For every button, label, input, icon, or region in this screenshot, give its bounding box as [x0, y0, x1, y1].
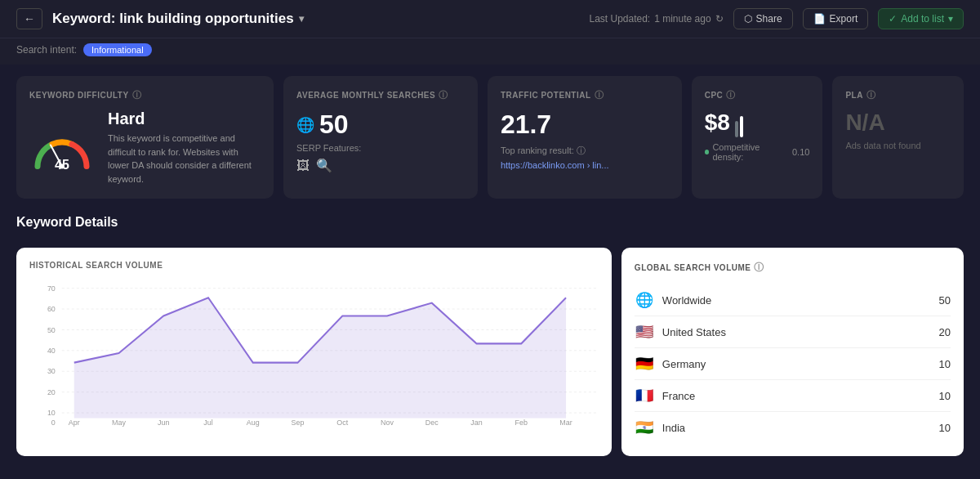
export-button[interactable]: 📄 Export — [803, 8, 869, 29]
country-row: 🇺🇸 United States 20 — [635, 316, 951, 348]
top-ranking-link[interactable]: https://backlinko.com › lin... — [501, 160, 648, 170]
chart-svg: 70 60 50 40 30 20 10 0 Apr May Jun Jul A… — [29, 280, 599, 427]
intent-badge: Informational — [83, 43, 152, 56]
svg-text:Jul: Jul — [203, 419, 212, 427]
country-row: 🇮🇳 India 10 — [635, 412, 951, 443]
tp-info-icon[interactable]: ⓘ — [595, 89, 604, 101]
pla-info-icon[interactable]: ⓘ — [866, 89, 876, 101]
cpc-card: CPC ⓘ $8 Competitive density: 0.10 — [692, 76, 823, 199]
section-title: Keyword Details — [16, 215, 964, 230]
cpc-row: $8 — [705, 110, 810, 137]
cpc-bar — [735, 113, 743, 137]
svg-text:Jan: Jan — [470, 419, 482, 427]
add-to-list-button[interactable]: ✓ Add to list ▾ — [878, 8, 964, 29]
tp-label: TRAFFIC POTENTIAL ⓘ — [501, 89, 669, 101]
country-name: India — [662, 422, 931, 434]
keyword-difficulty-card: KEYWORD DIFFICULTY ⓘ 45 — [16, 76, 274, 199]
svg-text:70: 70 — [47, 284, 56, 293]
image-serp-icon: 🖼 — [296, 159, 310, 173]
globe-icon: 🌐 — [296, 116, 314, 134]
cpc-bar-2 — [740, 116, 743, 137]
bottom-row: HISTORICAL SEARCH VOLUME 70 60 50 40 30 … — [0, 248, 980, 472]
svg-text:Mar: Mar — [559, 419, 572, 427]
back-button[interactable]: ← — [16, 8, 42, 29]
svg-text:0: 0 — [51, 419, 56, 427]
svg-text:40: 40 — [47, 347, 56, 355]
pla-label: PLA ⓘ — [845, 89, 951, 101]
header-actions: Last Updated: 1 minute ago ↻ ⬡ Share 📄 E… — [589, 8, 964, 29]
metrics-row: KEYWORD DIFFICULTY ⓘ 45 — [0, 65, 980, 210]
kd-info-icon[interactable]: ⓘ — [132, 89, 142, 101]
check-icon: ✓ — [889, 13, 897, 25]
last-updated-text: Last Updated: 1 minute ago ↻ — [589, 13, 723, 25]
export-icon: 📄 — [813, 13, 826, 25]
svg-text:Oct: Oct — [336, 419, 348, 427]
globe-row: 🌐 50 — [296, 110, 465, 140]
keyword-details-section: Keyword Details — [0, 210, 980, 248]
tp-number: 21.7 — [501, 110, 669, 140]
gauge-number: 45 — [55, 158, 69, 172]
avg-monthly-searches-card: AVERAGE MONTHLY SEARCHES ⓘ 🌐 50 SERP Fea… — [283, 76, 478, 199]
kd-level: Hard — [108, 110, 261, 128]
country-flag: 🇺🇸 — [635, 323, 654, 341]
title-dropdown-icon[interactable]: ▾ — [299, 13, 304, 25]
traffic-potential-card: TRAFFIC POTENTIAL ⓘ 21.7 Top ranking res… — [488, 76, 682, 199]
tp-ranking-info-icon[interactable]: ⓘ — [577, 145, 586, 155]
svg-text:Feb: Feb — [515, 419, 528, 427]
global-search-volume-card: GLOBAL SEARCH VOLUME ⓘ 🌐 Worldwide 50 🇺🇸… — [621, 248, 964, 456]
kd-content: 45 Hard This keyword is competitive and … — [29, 110, 261, 186]
svg-text:10: 10 — [47, 409, 56, 417]
country-flag: 🇫🇷 — [635, 387, 654, 405]
refresh-icon[interactable]: ↻ — [715, 13, 724, 25]
search-intent-bar: Search intent: Informational — [0, 38, 980, 65]
svg-text:Apr: Apr — [69, 419, 80, 427]
ams-label: AVERAGE MONTHLY SEARCHES ⓘ — [296, 89, 465, 101]
country-value: 50 — [939, 294, 951, 307]
country-name: Worldwide — [662, 294, 931, 307]
country-value: 10 — [939, 390, 951, 402]
pla-value: N/A — [845, 110, 951, 136]
cpc-info-icon[interactable]: ⓘ — [726, 89, 736, 101]
country-value: 10 — [939, 422, 951, 434]
country-value: 10 — [939, 358, 951, 370]
kd-description: This keyword is competitive and difficul… — [108, 132, 261, 186]
ams-number: 50 — [319, 110, 349, 140]
kd-text: Hard This keyword is competitive and dif… — [108, 110, 261, 186]
country-name: United States — [662, 326, 931, 338]
search-intent-label: Search intent: — [16, 44, 77, 56]
svg-text:60: 60 — [47, 305, 56, 313]
svg-text:30: 30 — [47, 367, 56, 375]
svg-text:Dec: Dec — [425, 419, 439, 427]
country-flag: 🇩🇪 — [635, 355, 654, 373]
global-info-icon[interactable]: ⓘ — [754, 261, 764, 275]
country-name: France — [662, 390, 931, 402]
cpc-density: Competitive density: 0.10 — [705, 142, 810, 162]
country-row: 🇩🇪 Germany 10 — [635, 348, 951, 380]
density-dot — [705, 150, 710, 154]
page-title: Keyword: link building opportunities ▾ — [52, 11, 304, 27]
page-header: ← Keyword: link building opportunities ▾… — [0, 0, 980, 38]
ams-info-icon[interactable]: ⓘ — [439, 89, 448, 101]
historical-chart-card: HISTORICAL SEARCH VOLUME 70 60 50 40 30 … — [16, 248, 612, 456]
share-button[interactable]: ⬡ Share — [733, 8, 793, 29]
ams-content: 🌐 50 SERP Features: 🖼 🔍 — [296, 110, 465, 173]
tp-top-ranking-label: Top ranking result: ⓘ — [501, 145, 669, 157]
share-icon: ⬡ — [744, 13, 752, 25]
svg-text:20: 20 — [47, 388, 56, 396]
svg-text:Aug: Aug — [247, 419, 260, 427]
svg-text:50: 50 — [47, 325, 56, 334]
svg-text:May: May — [112, 419, 126, 427]
global-title: GLOBAL SEARCH VOLUME ⓘ — [635, 261, 951, 275]
pla-card: PLA ⓘ N/A Ads data not found — [832, 76, 964, 199]
country-flag: 🇮🇳 — [635, 419, 654, 436]
svg-text:Jun: Jun — [158, 419, 169, 427]
search-serp-icon: 🔍 — [316, 158, 332, 173]
gauge-chart: 45 — [29, 123, 95, 172]
kd-label: KEYWORD DIFFICULTY ⓘ — [29, 89, 261, 101]
country-row: 🇫🇷 France 10 — [635, 380, 951, 412]
add-list-dropdown-icon[interactable]: ▾ — [948, 13, 953, 25]
cpc-bar-1 — [735, 121, 738, 137]
country-list: 🌐 Worldwide 50 🇺🇸 United States 20 🇩🇪 Ge… — [635, 284, 951, 443]
chart-area-fill — [74, 298, 566, 418]
serp-icons: 🖼 🔍 — [296, 158, 465, 173]
